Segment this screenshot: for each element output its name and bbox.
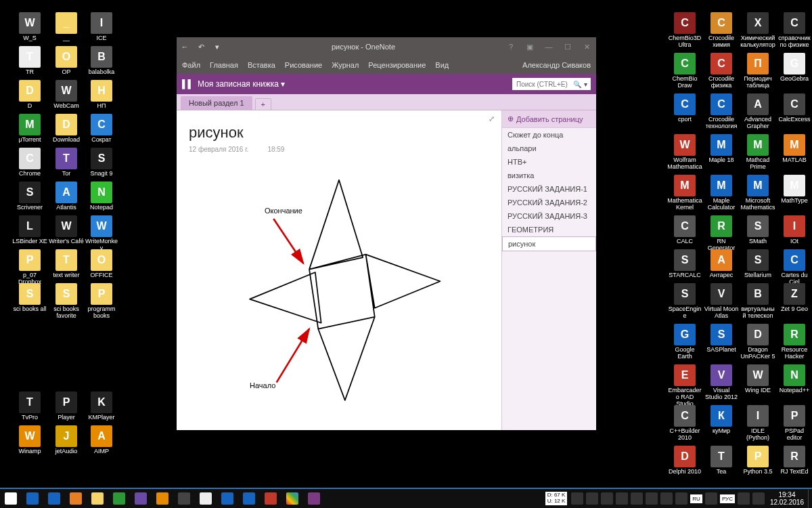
taskbar-app-8[interactable] <box>173 488 195 508</box>
page-list-item[interactable]: Сюжет до конца <box>502 128 596 142</box>
desktop-icon[interactable]: IIOt <box>777 215 812 245</box>
desktop-icon[interactable]: EEmbarcadero RAD Studio <box>667 364 702 408</box>
desktop-icon[interactable]: MMicrosoft Mathematics <box>740 175 775 211</box>
desktop-icon[interactable]: ZZet 9 Geo <box>777 283 812 313</box>
desktop-icon[interactable]: WWebCam <box>49 80 84 110</box>
taskbar-app-12[interactable] <box>260 488 281 508</box>
desktop-icon[interactable]: NNotepad <box>84 182 119 211</box>
page-list-item[interactable]: РУССКИЙ ЗАДАНИЯ-3 <box>502 209 596 223</box>
back-button[interactable]: ← <box>177 39 193 55</box>
desktop-icon[interactable]: ХХимический калькулятор <box>740 12 775 49</box>
tray-icon-8[interactable] <box>675 492 687 505</box>
start-button[interactable] <box>0 488 22 508</box>
taskbar-app-4[interactable] <box>87 488 108 508</box>
desktop-icon[interactable]: SSnagit 9 <box>84 148 119 177</box>
desktop-icon[interactable]: DDelphi 2010 <box>667 446 702 475</box>
desktop-icon[interactable]: Ввиртуальный телескоп <box>740 283 775 320</box>
desktop-icon[interactable]: MMathematica Kernel <box>667 175 702 211</box>
page-list-item[interactable]: рисунок <box>502 236 596 251</box>
desktop-icon[interactable]: MMATLAB <box>777 134 812 164</box>
undo-button[interactable]: ↶ <box>193 39 209 55</box>
desktop-icon[interactable]: GGoogle Earth <box>667 324 702 360</box>
desktop-icon[interactable]: RRN Generator <box>704 215 739 252</box>
desktop-icon[interactable]: CC++Builder 2010 <box>667 405 702 442</box>
desktop-icon[interactable]: SSTARCALC <box>667 249 702 279</box>
tray-icon-7[interactable] <box>660 492 673 505</box>
desktop-icon[interactable]: KKMPlayer <box>84 391 119 421</box>
page-list-item[interactable]: РУССКИЙ ЗАДАНИЯ-2 <box>502 196 596 209</box>
close-button[interactable]: ✕ <box>577 37 596 56</box>
desktop-icon[interactable]: Pp_07 Dropbox <box>12 249 47 286</box>
customize-qat-button[interactable]: ▾ <box>209 39 225 55</box>
add-page-button[interactable]: ⊕ Добавить страницу <box>502 110 596 128</box>
taskbar-app-1[interactable] <box>22 488 43 508</box>
desktop-icon[interactable]: Pprogramm books <box>84 283 119 320</box>
page-title[interactable]: рисунок <box>177 110 501 142</box>
tray-volume-icon[interactable] <box>705 492 717 505</box>
desktop-icon[interactable]: CCrocodile физика <box>704 53 739 89</box>
desktop-icon[interactable]: Ssci books favorite <box>49 283 84 320</box>
taskbar-app-6[interactable] <box>130 488 152 508</box>
desktop-icon[interactable]: OOFFICE <box>84 249 119 279</box>
desktop-icon[interactable]: WW_S <box>12 12 47 42</box>
desktop-icon[interactable]: Ссправочник по физике <box>777 12 812 49</box>
taskbar-app-2[interactable] <box>43 488 65 508</box>
tray-icon-3[interactable] <box>601 492 613 505</box>
desktop-icon[interactable]: MMaple Calculator <box>704 175 739 211</box>
ribbon-tab-journal[interactable]: Журнал <box>332 61 359 69</box>
desktop-icon[interactable]: DDownload <box>49 114 84 144</box>
desktop-icon[interactable]: VVisual Studio 2012 <box>704 364 739 401</box>
ribbon-tab-review[interactable]: Рецензирование <box>368 61 426 69</box>
taskbar-app-3[interactable] <box>65 488 87 508</box>
ribbon-tab-home[interactable]: Главная <box>210 61 238 69</box>
desktop-icon[interactable]: CChrome <box>12 148 47 177</box>
desktop-icon[interactable]: VVirtual Moon Atlas <box>704 283 739 320</box>
desktop-icon[interactable]: ССократ <box>84 114 119 144</box>
help-button[interactable]: ? <box>501 37 520 56</box>
search-box[interactable]: 🔍 ▾ <box>512 78 591 90</box>
desktop-icon[interactable]: CCalcExcess <box>777 93 812 123</box>
desktop-icon[interactable]: PPython 3.5 <box>740 446 775 475</box>
desktop-icon[interactable]: ΜμTorrent <box>12 114 47 144</box>
taskbar-app-11[interactable] <box>238 488 260 508</box>
tray-icon-6[interactable] <box>646 492 658 505</box>
desktop-icon[interactable]: Ssci books all <box>12 283 47 313</box>
desktop-icon[interactable]: CChemBio Draw <box>667 53 702 89</box>
desktop-icon[interactable]: CCartes du Ciel <box>777 249 812 286</box>
desktop-icon[interactable]: Bbalabolka <box>84 46 119 76</box>
ribbon-tab-file[interactable]: Файл <box>182 61 200 69</box>
desktop-icon[interactable]: RRJ TextEd <box>777 446 812 475</box>
ribbon-user[interactable]: Александр Сиваков <box>522 61 591 69</box>
page-list-item[interactable]: визитка <box>502 169 596 182</box>
search-dropdown-icon[interactable]: ▾ <box>584 81 587 88</box>
desktop-icon[interactable]: КкуМир <box>704 405 739 435</box>
desktop-icon[interactable]: TTvPro <box>12 391 47 421</box>
minimize-button[interactable]: — <box>539 37 558 56</box>
desktop-icon[interactable]: NNotepad++ <box>777 364 812 394</box>
ribbon-tab-draw[interactable]: Рисование <box>285 61 322 69</box>
desktop-icon[interactable]: SSMath <box>740 215 775 245</box>
desktop-icon[interactable]: SStellarium <box>740 249 775 279</box>
desktop-icon[interactable]: CCrocodile химия <box>704 12 739 49</box>
page-list-item[interactable]: НТВ+ <box>502 155 596 169</box>
taskbar-chrome[interactable] <box>281 488 303 508</box>
page-list-item[interactable]: ГЕОМЕТРИЯ <box>502 223 596 236</box>
desktop-icon[interactable]: CChemBio3D Ultra <box>667 12 702 49</box>
taskbar-app-9[interactable] <box>195 488 217 508</box>
taskbar-app-10[interactable] <box>217 488 238 508</box>
desktop-icon[interactable]: ППериодич таблица <box>740 53 775 89</box>
desktop-icon[interactable]: CCALC <box>667 215 702 245</box>
taskbar-onenote[interactable] <box>303 488 325 508</box>
desktop-icon[interactable]: ААнтарес <box>704 249 739 279</box>
fullscreen-button[interactable]: ▣ <box>520 37 539 56</box>
desktop-icon[interactable]: ННП <box>84 80 119 110</box>
desktop-icon[interactable]: IIDLE (Python) <box>740 405 775 442</box>
desktop-icon[interactable]: SSASPlanet <box>704 324 739 354</box>
desktop-icon[interactable]: PPSPad editor <box>777 405 812 442</box>
desktop-icon[interactable]: SScrivener <box>12 182 47 211</box>
desktop-icon[interactable]: IICE <box>84 12 119 42</box>
taskbar-app-5[interactable] <box>108 488 130 508</box>
taskbar-clock[interactable]: 19:34 12.02.2016 <box>770 491 804 506</box>
show-desktop-button[interactable] <box>808 488 812 508</box>
tray-icon-1[interactable] <box>571 492 583 505</box>
